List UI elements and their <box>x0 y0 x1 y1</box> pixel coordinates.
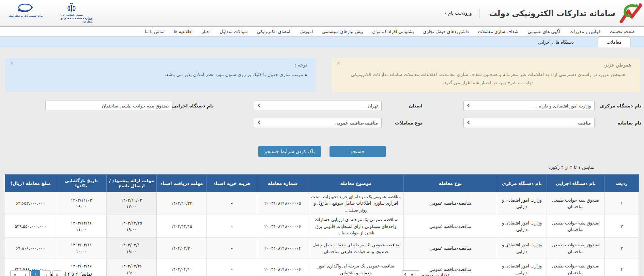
center-caption: مرکز توسعه تجارت الکترونیکی <box>8 14 43 17</box>
record-count-top: نمایش ۱ تا ۴ از ۴ رکورد <box>0 164 644 170</box>
bottom-bar: نمایش ۱ تا ۴ از ۴ رکورد تعداد در صفحه ۵۰… <box>0 270 644 276</box>
notice-sort-hint: × توجه : ◆مرتب سازی جدول با کلیک بر روی … <box>5 58 316 92</box>
table-row: ۱صندوق بیمه حوادث طبیعی ساختمانوزارت امو… <box>5 192 639 215</box>
nav-item-8[interactable]: امضای الکترونیکی <box>257 29 290 34</box>
chevron-down-icon <box>467 120 471 124</box>
nav-item-6[interactable]: پیش نیازهای سیستمی <box>322 29 363 34</box>
col-header-offer_deadline[interactable]: مهلت ارائه پیشنهاد / ارسال پاسخ <box>107 175 157 192</box>
login-register-link[interactable]: ورود/ثبت نام ▾ <box>444 11 472 16</box>
login-register-label: ورود/ثبت نام <box>448 11 472 16</box>
nav-item-7[interactable]: آموزش <box>300 29 313 34</box>
cell-doc_fee: - <box>207 238 257 259</box>
cell-doc_receive_deadline: ۱۴۰۳/۱۰/۲۲ <box>157 192 207 215</box>
globe-icon <box>17 3 33 13</box>
deal-type-select[interactable]: مناقصه-مناقصه عمومی <box>254 118 382 128</box>
central-org-label: نام دستگاه مرکزی <box>600 101 641 111</box>
cell-subject: مناقصه عمومی یک مرحله ای خرید تجهیزات سخ… <box>308 192 404 215</box>
cell-opening_date: ۱۴۰۳/۱۲/۲۶۱۱:۰۰ <box>56 215 107 238</box>
notice-body: هموطن عزیز، در راستای دسترسی آزاد به اطل… <box>345 70 631 87</box>
nav-item-10[interactable]: اخبار <box>202 29 211 34</box>
cell-amount: ۵۳۹,۵۵۰,۰۰۰,۰۰۰ <box>5 215 56 238</box>
pagination-button-4[interactable]: » <box>52 270 61 276</box>
pagination-button-1[interactable]: ‹ <box>21 270 30 276</box>
close-icon[interactable]: × <box>10 61 14 66</box>
cell-deal_type: مناقصه-مناقصه عمومی <box>404 238 497 259</box>
cell-executive_org: صندوق بیمه حوادث طبیعی ساختمان <box>547 192 605 215</box>
iran-emblem-icon <box>67 3 76 13</box>
province-label: استان <box>409 101 423 111</box>
action-buttons: جستجو پاک کردن شرایط جستجو <box>0 146 644 157</box>
col-header-row_no[interactable]: ردیف <box>605 175 639 192</box>
cell-deal_type: مناقصه-مناقصه عمومی <box>404 215 497 238</box>
pagination-button-0[interactable]: « <box>10 270 19 276</box>
notices: × هموطن عزیز، هموطن عزیز، در راستای دستر… <box>0 47 644 92</box>
col-header-central_org[interactable]: نام دستگاه مرکزی <box>497 175 547 192</box>
clear-search-button[interactable]: پاک کردن شرایط جستجو <box>258 146 321 157</box>
nav-item-9[interactable]: سوالات متداول <box>220 29 248 34</box>
cell-offer_deadline: ۱۴۰۴/۰۳/۱۰۱۹:۰۰ <box>107 238 157 259</box>
cell-row_no: ۳ <box>605 238 639 259</box>
title-divider <box>479 9 479 18</box>
nav-item-2[interactable]: آگهی های عمومی <box>527 29 560 34</box>
notice-body: ◆مرتب سازی جدول با کلیک بر روی ستون مورد… <box>19 70 307 78</box>
cell-doc_fee: - <box>207 192 257 215</box>
pagination-page-current[interactable]: ۱ <box>31 270 40 276</box>
cell-deal_no: ۲۰۰۳۱۰۸۲۱۸۰۰۰۰۰۵ <box>257 192 308 215</box>
executive-org-input-wrap <box>45 101 172 111</box>
ministry-caption-line2: وزارت صنعت، معدن و تجارت <box>51 16 92 23</box>
cell-deal_type: مناقصه-مناقصه عمومی <box>404 192 497 215</box>
close-icon[interactable]: × <box>336 61 341 66</box>
top-header: سامانه تدارکات الکترونیکی دولت ورود/ثبت … <box>0 0 644 27</box>
government-logos: جمهوری اسلامی ایران وزارت صنعت، معدن و ت… <box>3 3 92 23</box>
system-label: نام سامانه <box>617 118 641 128</box>
col-header-amount[interactable]: مبلغ معامله (ریال) <box>5 175 56 192</box>
col-header-opening_date[interactable]: تاریخ بازگشایی پاکتها <box>56 175 107 192</box>
col-header-subject[interactable]: موضوع معامله <box>308 175 404 192</box>
page-size-select[interactable]: ۵۰ <box>402 270 419 276</box>
tab-transactions[interactable]: معاملات <box>598 37 630 47</box>
cell-opening_date: ۱۴۰۴/۰۳/۱۱۱۰:۰۰ <box>56 238 107 259</box>
ecommerce-center-logo: مرکز توسعه تجارت الکترونیکی <box>5 3 46 17</box>
col-header-deal_type[interactable]: نوع معامله <box>404 175 497 192</box>
cell-offer_deadline: ۱۴۰۳/۱۲/۲۵۱۹:۰۰ <box>107 215 157 238</box>
pagination-button-3[interactable]: › <box>42 270 51 276</box>
executive-org-label: نام دستگاه اجرایی <box>172 101 214 111</box>
chevron-down-icon <box>258 103 261 107</box>
col-header-deal_no[interactable]: شماره معامله <box>257 175 308 192</box>
col-header-executive_org[interactable]: نام دستگاه اجرایی <box>547 175 605 192</box>
page: سامانه تدارکات الکترونیکی دولت ورود/ثبت … <box>0 0 644 276</box>
col-header-doc_receive_deadline[interactable]: مهلت دریافت اسناد <box>157 175 207 192</box>
search-button[interactable]: جستجو <box>329 146 386 157</box>
table-header-row: ردیفنام دستگاه اجرایینام دستگاه مرکزینوع… <box>5 175 639 192</box>
cell-central_org: وزارت امور اقتصادی و دارایی <box>497 192 547 215</box>
cell-amount: ۶۹,۸۰۶,۰۰۰,۰۰۰ <box>5 238 56 259</box>
nav-item-11[interactable]: اطلاعیه ها <box>174 29 193 34</box>
col-header-doc_fee[interactable]: هزینه خرید اسناد <box>207 175 257 192</box>
main-nav: صفحه نخستقوانین و مقرراتآگهی های عمومیشف… <box>0 27 644 36</box>
chevron-down-icon <box>404 273 407 276</box>
province-select[interactable]: تهران <box>254 101 382 111</box>
chevron-down-icon <box>258 120 261 124</box>
cell-row_no: ۲ <box>605 215 639 238</box>
deal-type-label: نوع معاملات <box>395 118 423 128</box>
cell-deal_no: ۲۰۰۴۱۰۸۲۱۸۰۰۰۰۰۴ <box>257 238 308 259</box>
nav-item-0[interactable]: صفحه نخست <box>610 29 635 34</box>
notice-transparency: × هموطن عزیز، هموطن عزیز، در راستای دستر… <box>332 58 640 92</box>
table-row: ۲صندوق بیمه حوادث طبیعی ساختمانوزارت امو… <box>5 215 639 238</box>
pagination: «‹۱›» <box>10 270 61 276</box>
system-select[interactable]: مناقصه <box>463 118 595 128</box>
executive-org-input[interactable] <box>46 101 172 111</box>
notice-title: توجه : <box>19 62 307 68</box>
nav-item-4[interactable]: داشبوردهای هوش تجاری <box>423 29 469 34</box>
nav-item-12[interactable]: تماس با ما <box>145 29 165 34</box>
tab-executive-orgs[interactable]: دستگاه های اجرایی <box>538 37 574 47</box>
setad-logo <box>619 3 642 23</box>
nav-item-5[interactable]: پشتیبانی افراد کم توان <box>372 29 414 34</box>
search-filters: نام دستگاه مرکزی وزارت امور اقتصادی و دا… <box>0 101 644 136</box>
central-org-select[interactable]: وزارت امور اقتصادی و دارایی <box>463 101 595 111</box>
nav-item-1[interactable]: قوانین و مقررات <box>569 29 600 34</box>
table-body: ۱صندوق بیمه حوادث طبیعی ساختمانوزارت امو… <box>5 192 639 276</box>
page-size-label: تعداد در صفحه <box>422 272 449 276</box>
caret-down-icon: ▾ <box>444 11 446 15</box>
nav-item-3[interactable]: شفاف سازی معاملات <box>478 29 519 34</box>
